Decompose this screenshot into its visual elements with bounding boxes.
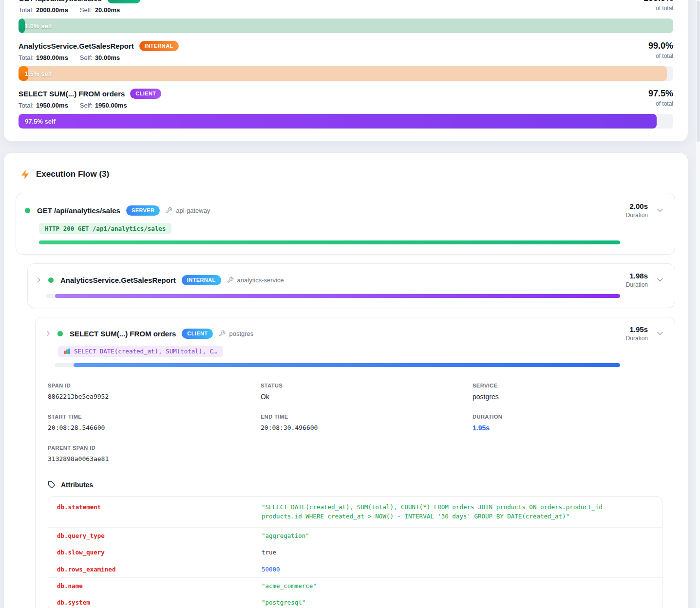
- self-time-bar: 1.0% self: [19, 18, 673, 33]
- attribute-value: "acme_commerce": [262, 581, 653, 590]
- span-timings: Total:1950.00ms Self:1950.00ms: [19, 102, 161, 109]
- status-value: Ok: [261, 393, 473, 401]
- self-time-row: GET /api/analytics/sales SERVER Total:20…: [19, 0, 673, 33]
- field-parent-span-id: PARENT SPAN ID 3132898a0063ae81: [48, 445, 261, 462]
- attribute-row: db.system "postgresql": [48, 594, 662, 608]
- self-time-bar: 97.5% self: [19, 114, 673, 129]
- attribute-row: db.query_type "aggregation": [48, 528, 662, 544]
- span-title: GET /api/analytics/sales: [37, 206, 120, 215]
- self-time-card: GET /api/analytics/sales SERVER Total:20…: [3, 0, 688, 142]
- duration-readout: 1.95s Duration: [626, 325, 648, 342]
- service-label: api-gateway: [166, 207, 210, 214]
- total-value: 2000.00ms: [36, 6, 68, 14]
- attribute-row: db.slow_query true: [48, 544, 662, 561]
- self-value: 20.00ms: [95, 6, 120, 14]
- timeline-bar: [55, 363, 620, 367]
- span-kind-badge: SERVER: [107, 0, 141, 3]
- status-dot: [57, 331, 63, 336]
- self-value: 1950.00ms: [95, 102, 127, 109]
- trace-page: GET /api/analytics/sales SERVER Total:20…: [3, 0, 688, 608]
- wrench-icon: [227, 276, 234, 283]
- duration-readout: 2.00s Duration: [626, 202, 648, 219]
- scrollbar[interactable]: [696, 0, 700, 608]
- span-card-root: GET /api/analytics/sales SERVER api-gate…: [16, 193, 675, 255]
- span-kind-badge: INTERNAL: [139, 41, 179, 51]
- span-card-internal: AnalyticsService.GetSalesReport INTERNAL…: [27, 263, 675, 308]
- attribute-key: db.query_type: [57, 531, 262, 539]
- self-percent-label: 97.5% self: [25, 118, 56, 125]
- attribute-value: "SELECT DATE(created_at), SUM(total), CO…: [262, 502, 653, 521]
- duration-value: 1.95s: [473, 424, 665, 432]
- self-time-row: AnalyticsService.GetSalesReport INTERNAL…: [19, 41, 673, 81]
- status-dot: [48, 277, 54, 283]
- chevron-down-icon[interactable]: [655, 275, 665, 285]
- start-time-value: 20:08:28.546600: [48, 424, 261, 431]
- span-kind-badge: CLIENT: [182, 329, 213, 339]
- attribute-row: db.statement "SELECT DATE(created_at), S…: [48, 497, 662, 528]
- attribute-key: db.system: [57, 598, 262, 606]
- span-card-header[interactable]: SELECT SUM(...) FROM orders CLIENT postg…: [44, 325, 665, 342]
- span-card-header[interactable]: GET /api/analytics/sales SERVER api-gate…: [25, 202, 665, 219]
- field-status: STATUS Ok: [261, 383, 473, 401]
- percent-of-total: 99.0% of total: [648, 41, 673, 59]
- end-time-value: 20:08:30.496600: [261, 424, 473, 431]
- service-value: postgres: [473, 393, 665, 401]
- timeline-fill: [74, 363, 620, 367]
- attributes-title: Attributes: [61, 481, 93, 489]
- field-end-time: END TIME 20:08:30.496600: [261, 414, 473, 432]
- duration-readout: 1.98s Duration: [626, 272, 648, 288]
- span-details-grid: SPAN ID 8862213be5ea9952 STATUS Ok SERVI…: [48, 383, 665, 462]
- service-label: postgres: [219, 330, 253, 337]
- attribute-key: db.rows_examined: [57, 565, 262, 573]
- span-kind-badge: CLIENT: [130, 89, 161, 99]
- span-id-value: 8862213be5ea9952: [48, 393, 261, 400]
- attribute-value: true: [262, 548, 653, 557]
- service-label: analytics-service: [227, 276, 284, 284]
- execution-flow-section: Execution Flow (3) GET /api/analytics/sa…: [3, 152, 688, 608]
- attribute-row: db.name "acme_commerce": [48, 578, 662, 594]
- attribute-row: db.rows_examined 50000: [48, 561, 662, 578]
- attribute-key: db.slow_query: [57, 548, 262, 556]
- chevron-right-icon[interactable]: [44, 330, 52, 337]
- wrench-icon: [219, 330, 226, 337]
- parent-span-id-value: 3132898a0063ae81: [48, 455, 261, 462]
- span-name: GET /api/analytics/sales: [19, 0, 102, 2]
- tag-icon: [48, 481, 56, 489]
- self-time-row: SELECT SUM(...) FROM orders CLIENT Total…: [19, 89, 673, 129]
- span-timings: Total:1980.00ms Self:30.00ms: [19, 54, 179, 61]
- self-portion-cap: [19, 18, 25, 33]
- chevron-down-icon[interactable]: [655, 205, 665, 215]
- attribute-key: db.statement: [57, 502, 262, 511]
- field-start-time: START TIME 20:08:28.546600: [48, 414, 261, 432]
- total-value: 1950.00ms: [36, 102, 68, 109]
- attribute-key: db.name: [57, 581, 262, 590]
- sql-preview-chip[interactable]: SELECT DATE(created_at), SUM(total), C…: [58, 346, 223, 357]
- total-value: 1980.00ms: [36, 54, 68, 61]
- chevron-down-icon[interactable]: [655, 329, 665, 338]
- self-percent-label: 1.5% self: [25, 70, 52, 77]
- span-card-header[interactable]: AnalyticsService.GetSalesReport INTERNAL…: [35, 272, 665, 288]
- span-timings: Total:2000.00ms Self:20.00ms: [19, 6, 141, 14]
- percent-of-total: 97.5% of total: [648, 89, 673, 107]
- self-time-bar: 1.5% self: [19, 66, 673, 81]
- chevron-right-icon[interactable]: [35, 276, 43, 284]
- field-duration: DURATION 1.95s: [473, 414, 665, 432]
- lightning-icon: [20, 170, 30, 179]
- span-card-db-query: SELECT SUM(...) FROM orders CLIENT postg…: [35, 317, 675, 608]
- span-title: SELECT SUM(...) FROM orders: [70, 330, 176, 338]
- percent-of-total: 100.0% of total: [643, 0, 673, 12]
- timeline-bar: [46, 294, 620, 298]
- bar-chart-icon: [64, 348, 70, 354]
- scrollbar-thumb[interactable]: [697, 1, 700, 142]
- timeline-bar: [39, 240, 620, 244]
- status-dot: [25, 208, 30, 213]
- attribute-value: "postgresql": [262, 598, 653, 607]
- timeline-fill: [55, 294, 620, 298]
- span-name: AnalyticsService.GetSalesReport: [19, 42, 134, 50]
- execution-flow-header: Execution Flow (3): [20, 169, 675, 179]
- field-service: SERVICE postgres: [473, 383, 665, 401]
- self-value: 30.00ms: [95, 54, 120, 61]
- span-kind-badge: SERVER: [126, 205, 160, 216]
- wrench-icon: [166, 207, 172, 214]
- attributes-header: Attributes: [48, 481, 665, 489]
